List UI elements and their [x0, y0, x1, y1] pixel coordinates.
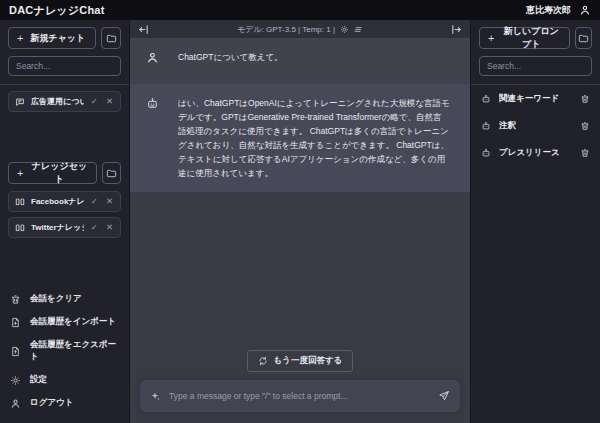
plus-icon: +: [17, 167, 23, 179]
chat-folder-button[interactable]: [101, 27, 121, 49]
close-icon[interactable]: ✕: [105, 96, 114, 107]
collapse-left-icon[interactable]: [138, 24, 149, 35]
file-import-icon: [10, 317, 21, 328]
new-prompt-row: + 新しいプロンプト: [479, 27, 592, 49]
regenerate-label: もう一度回答する: [274, 355, 343, 367]
robot-icon: [481, 121, 491, 131]
sidebar-menu: 会話をクリア 会話履歴をインポート 会話履歴をエクスポート: [8, 293, 121, 409]
chat-header: モデル: GPT-3.5 | Temp: 1 |: [130, 20, 470, 38]
close-icon[interactable]: ✕: [105, 196, 114, 207]
new-chat-row: + 新規チャット: [8, 27, 121, 49]
gear-icon[interactable]: [340, 25, 349, 34]
regenerate-area: もう一度回答する: [130, 350, 470, 372]
book-icon: [15, 223, 25, 233]
user-name: 恵比寿次郎: [526, 4, 571, 17]
menu-item-label: 会話履歴をエクスポート: [30, 339, 119, 363]
confirm-icon[interactable]: ✓: [90, 222, 99, 233]
collapse-right-icon[interactable]: [451, 24, 462, 35]
folder-icon: [578, 33, 589, 44]
user-message-text: ChatGPTについて教えて。: [178, 50, 287, 64]
robot-icon: [481, 94, 491, 104]
confirm-icon[interactable]: ✓: [90, 196, 99, 207]
refresh-icon: [258, 356, 268, 366]
chat-spacer: [130, 192, 470, 350]
topbar: DACナレッジChat 恵比寿次郎: [0, 0, 600, 20]
user-icon[interactable]: [579, 4, 591, 16]
close-icon[interactable]: ✕: [105, 222, 114, 233]
menu-item-label: 設定: [30, 374, 47, 386]
sidebar-divider: [0, 84, 129, 85]
chat-history-item[interactable]: 広告運用について教えて ✓ ✕: [8, 91, 121, 112]
prompt-search-input[interactable]: [479, 56, 592, 76]
user-message-row: ChatGPTについて教えて。: [130, 38, 470, 84]
chat-history-label: 広告運用について教えて: [31, 96, 84, 107]
prompt-item-annotation[interactable]: 注釈: [481, 118, 590, 134]
prompt-label: プレスリリース: [499, 147, 572, 159]
app-window: DACナレッジChat 恵比寿次郎 + 新規チャット: [0, 0, 600, 423]
user-avatar-icon: [146, 51, 159, 64]
send-button[interactable]: [438, 390, 450, 402]
robot-icon: [146, 97, 159, 110]
prompt-item-press-release[interactable]: プレスリリース: [481, 145, 590, 161]
knowledge-item-label: Facebookナレッジ: [31, 196, 84, 207]
trash-icon[interactable]: [580, 148, 590, 158]
folder-icon: [106, 33, 117, 44]
confirm-icon[interactable]: ✓: [90, 96, 99, 107]
regenerate-button[interactable]: もう一度回答する: [247, 350, 354, 372]
menu-item-label: 会話履歴をインポート: [30, 316, 116, 328]
sidebar-divider: [471, 84, 600, 85]
plus-icon: +: [488, 32, 494, 44]
menu-item-import-history[interactable]: 会話履歴をインポート: [10, 316, 119, 328]
menu-item-logout[interactable]: ログアウト: [10, 397, 119, 409]
left-sidebar: + 新規チャット 広告運用について教えて ✓ ✕: [0, 20, 130, 423]
chat-panel: モデル: GPT-3.5 | Temp: 1 | ChatGPTについて教えて。: [130, 20, 470, 423]
trash-icon[interactable]: [580, 94, 590, 104]
book-icon: [15, 197, 25, 207]
menu-item-label: 会話をクリア: [30, 293, 82, 305]
prompt-item-keywords[interactable]: 関連キーワード: [481, 91, 590, 107]
menu-item-clear-chat[interactable]: 会話をクリア: [10, 293, 119, 305]
knowledge-folder-button[interactable]: [102, 162, 121, 184]
menu-item-settings[interactable]: 設定: [10, 374, 119, 386]
send-icon: [438, 390, 450, 402]
new-prompt-button[interactable]: + 新しいプロンプト: [479, 27, 570, 49]
list-menu-icon[interactable]: [354, 25, 363, 34]
menu-item-export-history[interactable]: 会話履歴をエクスポート: [10, 339, 119, 363]
knowledge-set-label: ナレッジセット: [30, 160, 88, 186]
trash-icon: [10, 294, 21, 305]
main-layout: + 新規チャット 広告運用について教えて ✓ ✕: [0, 20, 600, 423]
menu-item-label: ログアウト: [30, 397, 74, 409]
new-prompt-label: 新しいプロンプト: [501, 25, 560, 51]
gear-icon: [10, 375, 21, 386]
knowledge-set-button[interactable]: + ナレッジセット: [8, 162, 97, 184]
assistant-message-row: はい、ChatGPTはOpenAIによってトレーニングされた大規模な言語モデルで…: [130, 84, 470, 192]
sidebar-spacer: [8, 243, 121, 293]
prompt-label: 注釈: [499, 120, 572, 132]
robot-icon: [481, 148, 491, 158]
logout-icon: [10, 398, 21, 409]
message-input[interactable]: [169, 391, 430, 401]
folder-icon: [106, 168, 117, 179]
new-chat-button[interactable]: + 新規チャット: [8, 27, 96, 49]
new-chat-label: 新規チャット: [30, 32, 85, 45]
model-info-area: モデル: GPT-3.5 | Temp: 1 |: [149, 24, 451, 35]
chat-search-input[interactable]: [8, 56, 121, 76]
prompt-label: 関連キーワード: [499, 93, 572, 105]
assistant-message-text: はい、ChatGPTはOpenAIによってトレーニングされた大規模な言語モデルで…: [178, 96, 454, 180]
plus-icon: +: [17, 32, 23, 44]
sidebar-spacer: [479, 172, 592, 409]
right-sidebar: + 新しいプロンプト 関連キーワード: [470, 20, 600, 423]
app-title: DACナレッジChat: [9, 3, 105, 18]
model-info-text: モデル: GPT-3.5 | Temp: 1 |: [237, 24, 335, 35]
file-export-icon: [10, 346, 21, 357]
knowledge-set-row: + ナレッジセット: [8, 162, 121, 184]
prompt-folder-button[interactable]: [575, 27, 592, 49]
chat-bubble-icon: [15, 97, 25, 107]
message-input-bar: [140, 380, 460, 412]
knowledge-item-twitter[interactable]: Twitterナレッジ ✓ ✕: [8, 217, 121, 238]
knowledge-item-label: Twitterナレッジ: [31, 222, 84, 233]
knowledge-item-facebook[interactable]: Facebookナレッジ ✓ ✕: [8, 191, 121, 212]
sparkle-icon: [150, 391, 161, 402]
topbar-user-area: 恵比寿次郎: [526, 4, 591, 17]
trash-icon[interactable]: [580, 121, 590, 131]
